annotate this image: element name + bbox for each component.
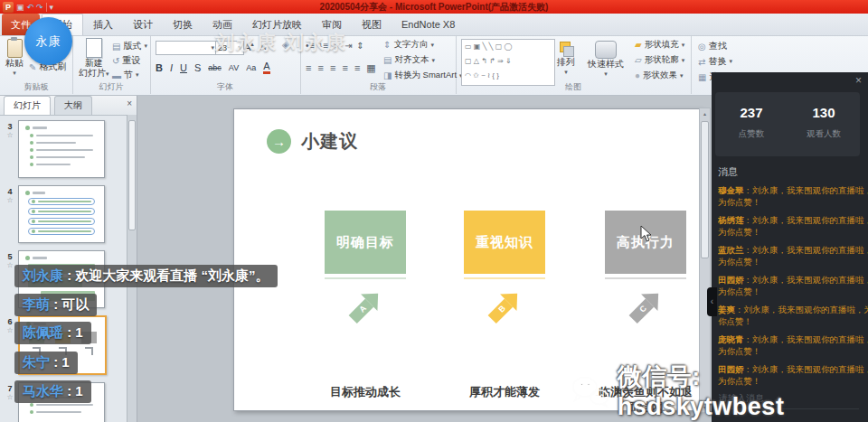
viewers-label: 观看人数 bbox=[788, 128, 860, 140]
chat-message: 庞晓青：刘永康，我来围观你的直播啦，为你点赞！ bbox=[718, 333, 868, 357]
layout-icon: ▤ bbox=[112, 42, 120, 52]
italic-button: I bbox=[170, 62, 173, 73]
tab-view[interactable]: 视图 bbox=[352, 14, 392, 35]
arrange-icon bbox=[558, 41, 574, 57]
character-spacing-button: AV bbox=[229, 63, 239, 72]
replace-button[interactable]: ⇄ 替换▾ bbox=[698, 55, 732, 68]
section-button[interactable]: ▬ 节▾ bbox=[112, 69, 139, 81]
slide-item-goal: 明确目标 A 目标推动成长 bbox=[325, 211, 406, 327]
paste-button[interactable]: 粘贴 ▾ bbox=[5, 39, 24, 78]
wechat-icon bbox=[570, 374, 610, 408]
new-slide-icon bbox=[86, 38, 102, 58]
layout-button[interactable]: ▤ 版式▾ bbox=[112, 40, 147, 52]
slide-title-block: → 小建议 bbox=[267, 129, 358, 154]
shape-effects-button[interactable]: ● 形状效果▾ bbox=[635, 70, 684, 81]
slide-number: 5 bbox=[7, 252, 12, 261]
font-name-combo[interactable]: ▾ bbox=[156, 41, 217, 55]
slide-item-knowledge: 重视知识 B 厚积才能薄发 bbox=[464, 211, 545, 327]
chat-message: 穆金翠：刘永康，我来围观你的直播啦，为你点赞！ bbox=[718, 184, 868, 208]
likes-label: 点赞数 bbox=[715, 128, 788, 140]
change-case-button: Aa bbox=[246, 63, 256, 72]
chat-overlay-bubble: 朱宁 : 1 bbox=[14, 352, 78, 374]
replace-icon: ⇄ bbox=[698, 57, 705, 67]
screen: P ▣ ↶ ↷ ▾ 20200504分享会 - Microsoft PowerP… bbox=[0, 0, 868, 422]
chat-message: 杨绣莲：刘永康，我来围观你的直播啦，为你点赞！ bbox=[718, 214, 868, 238]
shadow-button: S bbox=[194, 62, 201, 73]
mouse-cursor bbox=[640, 225, 653, 243]
format-painter-icon: ✎ bbox=[29, 62, 36, 72]
likes-stat: 237 点赞数 bbox=[715, 92, 788, 156]
arrow-b-icon: B bbox=[484, 286, 525, 327]
chat-message: 田园娇：刘永康，我来围观你的直播啦，为你点赞！ bbox=[718, 274, 868, 297]
chat-message: 蓝欣兰：刘永康，我来围观你的直播啦，为你点赞！ bbox=[718, 244, 868, 267]
arrow-circle-icon: → bbox=[267, 129, 291, 154]
slide-3-thumbnail[interactable] bbox=[18, 120, 105, 178]
font-style-buttons[interactable]: B I U S abc AV Aa A bbox=[156, 61, 275, 74]
shapes-gallery[interactable]: ▭ ▣ ╲ ╲ ▢ ◯ ▢ △ ↰ ↱ ⇒ ⇓ ◠ ✩ ~ ≀ { } bbox=[461, 39, 555, 86]
heading-box: 重视知识 bbox=[464, 211, 545, 274]
quick-styles-button[interactable]: 快速样式▾ bbox=[588, 41, 624, 79]
panel-close-icon[interactable]: × bbox=[855, 74, 862, 87]
ribbon-tab-strip: 文件 开始 插入 设计 切换 动画 幻灯片放映 审阅 视图 EndNote X8 bbox=[0, 14, 868, 36]
reset-icon: ↺ bbox=[112, 56, 119, 66]
paste-icon bbox=[7, 39, 23, 58]
titlebar: P ▣ ↶ ↷ ▾ 20200504分享会 - Microsoft PowerP… bbox=[0, 0, 868, 14]
messages-header: 消息 bbox=[718, 165, 738, 179]
slide-4-thumbnail[interactable] bbox=[18, 185, 105, 243]
slide-title: 小建议 bbox=[301, 129, 358, 154]
group-drawing: ▭ ▣ ╲ ╲ ▢ ◯ ▢ △ ↰ ↱ ⇒ ⇓ ◠ ✩ ~ ≀ { } 排列▾ … bbox=[456, 35, 692, 94]
quick-styles-icon bbox=[595, 41, 617, 59]
group-slides: 新建 幻灯片▾ ▤ 版式▾ ↺ 重设 ▬ 节▾ 幻灯片 bbox=[72, 35, 151, 94]
shape-outline-button[interactable]: ▱ 形状轮廓▾ bbox=[635, 54, 684, 66]
caption: 目标推动成长 bbox=[315, 384, 416, 399]
font-color-button: A bbox=[263, 61, 269, 74]
new-slide-button[interactable]: 新建 幻灯片▾ bbox=[79, 38, 109, 79]
tab-endnote[interactable]: EndNote X8 bbox=[392, 14, 465, 35]
slide-number: 4 bbox=[7, 187, 12, 196]
bold-button: B bbox=[156, 62, 163, 73]
tab-design[interactable]: 设计 bbox=[123, 14, 163, 35]
tab-transitions[interactable]: 切换 bbox=[163, 14, 203, 35]
stats-card: 237 点赞数 130 观看人数 bbox=[715, 92, 860, 156]
shape-outline-icon: ▱ bbox=[635, 55, 642, 65]
align-text-icon: ▤ bbox=[383, 55, 392, 65]
streamer-watermark: 刘永康 刘永康 bbox=[215, 30, 347, 55]
arrange-button[interactable]: 排列▾ bbox=[557, 41, 575, 77]
slide-number: 6 bbox=[7, 317, 12, 326]
chat-overlay-bubble: 刘永康 : 欢迎大家来观看直播 “刘永康”。 bbox=[14, 265, 278, 287]
viewers-stat: 130 观看人数 bbox=[788, 92, 860, 156]
smartart-icon: ◨ bbox=[383, 70, 392, 80]
slide-number: 3 bbox=[7, 122, 12, 131]
wechat-id-text: 微信号: hsdskytwbest bbox=[618, 361, 868, 421]
messages-list[interactable]: 穆金翠：刘永康，我来围观你的直播啦，为你点赞！ 杨绣莲：刘永康，我来围观你的直播… bbox=[718, 184, 868, 386]
tab-slides-thumbnails[interactable]: 幻灯片 bbox=[4, 96, 51, 115]
underline-button: U bbox=[180, 62, 187, 73]
streamer-avatar[interactable]: 永康 bbox=[24, 17, 72, 65]
slide-4-row: 4☆ bbox=[18, 185, 126, 243]
smartart-button[interactable]: ◨ 转换为 SmartArt▾ bbox=[383, 70, 463, 81]
chat-message: 姜爽：刘永康，我来围观你的直播啦，为你点赞！ bbox=[718, 304, 868, 327]
shape-fill-button[interactable]: ▰ 形状填充▾ bbox=[635, 39, 684, 51]
tab-outline[interactable]: 大纲 bbox=[54, 96, 92, 115]
text-direction-button[interactable]: ⇕ 文字方向▾ bbox=[383, 39, 434, 51]
slide-3-row: 3☆ bbox=[18, 120, 126, 178]
alignment-icons[interactable]: ≡ ≡ ≡ ≡ ≡ ▦ bbox=[306, 62, 378, 74]
caption: 厚积才能薄发 bbox=[454, 384, 555, 399]
chat-overlay-bubble: 李萌 : 可以 bbox=[14, 294, 97, 316]
align-text-button[interactable]: ▤ 对齐文本▾ bbox=[383, 54, 435, 66]
select-icon: ▦ bbox=[698, 72, 706, 82]
chat-overlay-bubble: 马水华 : 1 bbox=[14, 380, 91, 403]
viewers-count: 130 bbox=[788, 105, 860, 120]
likes-count: 237 bbox=[715, 105, 788, 120]
shape-fill-icon: ▰ bbox=[635, 40, 642, 50]
arrow-a-icon: A bbox=[344, 286, 386, 327]
wechat-watermark: 微信号: hsdskytwbest bbox=[570, 361, 868, 421]
slide-number: 7 bbox=[7, 384, 12, 393]
tab-insert[interactable]: 插入 bbox=[83, 14, 123, 35]
panel-collapse-handle[interactable]: ‹ bbox=[707, 287, 717, 316]
find-icon: ◎ bbox=[698, 42, 706, 52]
panel-tab-bar: 幻灯片 大纲 × bbox=[0, 95, 137, 116]
find-button[interactable]: ◎ 查找 bbox=[698, 40, 727, 52]
panel-close-icon[interactable]: × bbox=[127, 98, 132, 108]
reset-button[interactable]: ↺ 重设 bbox=[112, 54, 140, 67]
